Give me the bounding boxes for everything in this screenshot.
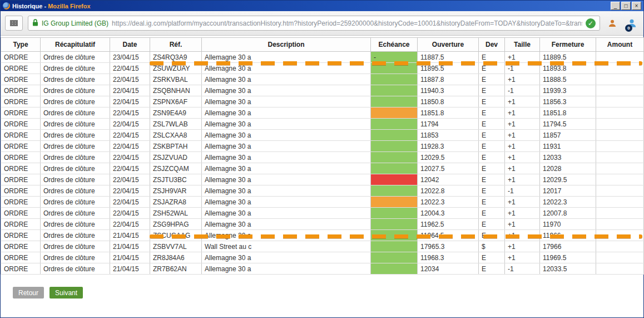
cell-description: Allemagne 30 a: [202, 252, 371, 263]
cell-ouverture: 11928.3: [418, 141, 479, 152]
table-row: ORDREOrdres de clôture21/04/15ZSBVV7ALWa…: [1, 241, 644, 252]
table-row: ORDREOrdres de clôture21/04/15ZR8J84A6Al…: [1, 252, 644, 263]
cell-dev: E: [479, 152, 505, 163]
cell-taille: -1: [505, 185, 540, 197]
cell-dev: $: [479, 241, 505, 252]
cell-ref: ZSBVV7AL: [150, 241, 202, 252]
cell-recapitulatif: Ordres de clôture: [41, 163, 110, 174]
cell-date: 22/04/15: [110, 174, 150, 185]
column-header: Récapitulatif: [41, 38, 110, 52]
cell-type: ORDRE: [1, 107, 41, 119]
cell-fermeture: 11856.3: [540, 96, 596, 107]
cell-echeance: [371, 119, 418, 130]
cell-fermeture: 11939.3: [540, 85, 596, 96]
cell-fermeture: 12033: [540, 152, 596, 163]
cell-type: ORDRE: [1, 241, 41, 252]
close-button[interactable]: ×: [632, 2, 641, 10]
cell-description: Allemagne 30 a: [202, 208, 371, 219]
cell-echeance: [371, 63, 418, 74]
cell-ref: ZSN9E4A9: [150, 107, 202, 119]
cell-date: 21/04/15: [110, 241, 150, 252]
table-row: ORDREOrdres de clôture22/04/15ZSJZVUADAl…: [1, 152, 644, 163]
titlebar: Historique - Mozilla Firefox _ □ ×: [1, 1, 643, 11]
cell-description: Wall Street au c: [202, 241, 371, 252]
cell-recapitulatif: Ordres de clôture: [41, 263, 110, 275]
cell-ouverture: 11853: [418, 130, 479, 141]
cell-echeance: [371, 152, 418, 163]
browser-toolbar: IG Group Limited (GB) https://deal.ig.co…: [1, 11, 643, 36]
cell-ouverture: 17965.3: [418, 241, 479, 252]
cell-amount: [596, 85, 644, 96]
lock-icon[interactable]: [32, 18, 38, 28]
cell-ouverture: 11887.5: [418, 52, 479, 63]
site-identity-label[interactable]: IG Group Limited (GB): [42, 19, 108, 27]
cell-ouverture: 12004.3: [418, 208, 479, 219]
minimize-button[interactable]: _: [611, 2, 620, 10]
cell-amount: [596, 185, 644, 197]
cell-type: ORDRE: [1, 52, 41, 63]
cell-type: ORDRE: [1, 163, 41, 174]
cell-description: Allemagne 30 a: [202, 152, 371, 163]
cell-type: ORDRE: [1, 119, 41, 130]
url-bar[interactable]: IG Group Limited (GB) https://deal.ig.co…: [28, 16, 600, 31]
cell-taille: +1: [505, 152, 540, 163]
check-icon[interactable]: ✓: [586, 18, 596, 28]
cell-ref: ZSPNX6AF: [150, 96, 202, 107]
cell-dev: E: [479, 85, 505, 96]
cell-amount: [596, 96, 644, 107]
maximize-button[interactable]: □: [621, 2, 631, 10]
cell-ouverture: 11887.8: [418, 74, 479, 85]
cell-type: ORDRE: [1, 252, 41, 263]
cell-recapitulatif: Ordres de clôture: [41, 85, 110, 96]
table-row: ORDREOrdres de clôture22/04/15ZSL7WLABAl…: [1, 119, 644, 130]
cell-recapitulatif: Ordres de clôture: [41, 141, 110, 152]
cell-taille: +1: [505, 96, 540, 107]
suivant-button[interactable]: Suivant: [49, 287, 83, 299]
cell-echeance: [371, 141, 418, 152]
cell-date: 21/04/15: [110, 263, 150, 275]
notification-badge: 0: [625, 25, 632, 32]
cell-type: ORDRE: [1, 130, 41, 141]
cell-taille: -1: [505, 63, 540, 74]
table-row: ORDREOrdres de clôture22/04/15ZSJAZRA8Al…: [1, 197, 644, 208]
cell-type: ORDRE: [1, 74, 41, 85]
cell-amount: [596, 230, 644, 241]
cell-fermeture: 11851.8: [540, 107, 596, 119]
cell-taille: +1: [505, 219, 540, 230]
cell-amount: [596, 74, 644, 85]
column-header: Ouverture: [418, 38, 479, 52]
cell-description: Allemagne 30 a: [202, 230, 371, 241]
apps-grid-icon[interactable]: [5, 16, 23, 31]
cell-amount: [596, 130, 644, 141]
cell-echeance: [371, 107, 418, 119]
cell-ref: ZSQBNHAN: [150, 85, 202, 96]
profile-icon[interactable]: 0: [625, 15, 639, 32]
cell-echeance: [371, 241, 418, 252]
cell-description: Allemagne 30 a: [202, 107, 371, 119]
table-header-row: TypeRécapitulatifDateRéf.DescriptionEché…: [1, 38, 644, 52]
cell-fermeture: 11794.5: [540, 119, 596, 130]
cell-type: ORDRE: [1, 141, 41, 152]
cell-fermeture: 12007.8: [540, 208, 596, 219]
cell-fermeture: 12017: [540, 185, 596, 197]
cell-ref: ZSRKVBAL: [150, 74, 202, 85]
table-row: ORDREOrdres de clôture22/04/15ZSLCXAA8Al…: [1, 130, 644, 141]
cell-ouverture: 11962.5: [418, 219, 479, 230]
cell-dev: E: [479, 185, 505, 197]
cell-date: 22/04/15: [110, 185, 150, 197]
cell-taille: +1: [505, 119, 540, 130]
cell-type: ORDRE: [1, 197, 41, 208]
url-text[interactable]: https://deal.ig.com/platform/myaccount/t…: [112, 19, 582, 27]
cell-description: Allemagne 30 a: [202, 197, 371, 208]
cell-dev: E: [479, 163, 505, 174]
cell-echeance: [371, 174, 418, 185]
cell-amount: [596, 119, 644, 130]
account-icon[interactable]: [605, 15, 620, 32]
cell-dev: E: [479, 174, 505, 185]
cell-recapitulatif: Ordres de clôture: [41, 185, 110, 197]
cell-dev: E: [479, 63, 505, 74]
cell-amount: [596, 141, 644, 152]
cell-echeance: [371, 197, 418, 208]
cell-dev: E: [479, 208, 505, 219]
retour-button[interactable]: Retour: [13, 287, 44, 299]
